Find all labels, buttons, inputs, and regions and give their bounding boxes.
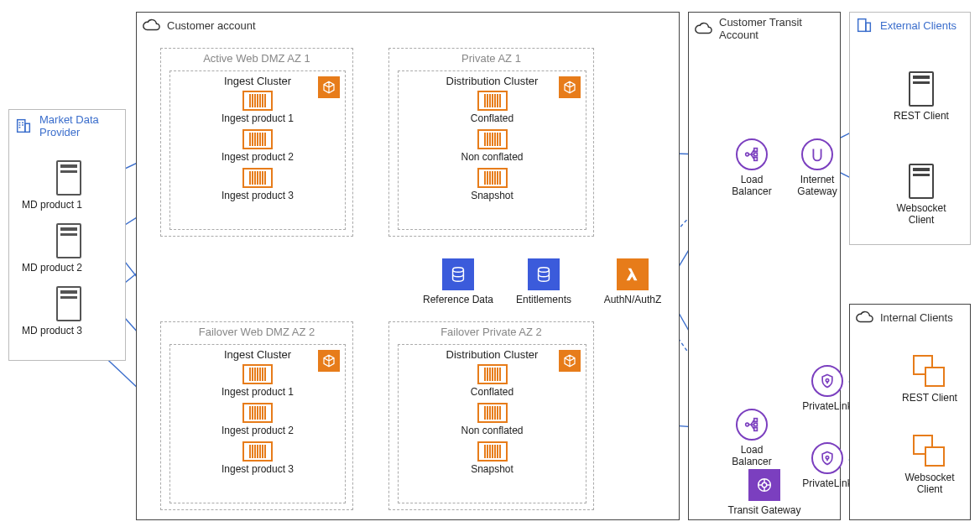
conflated-az2: Conflated [399, 364, 586, 398]
customer-account-header: Customer account [137, 13, 679, 38]
svg-rect-34 [754, 149, 758, 152]
distribution-cluster-az2: Distribution Cluster Conflated Non confl… [398, 344, 586, 503]
svg-point-37 [746, 423, 749, 426]
external-ws-client: Websocket Client [892, 164, 951, 227]
server-icon [909, 71, 934, 107]
internet-gateway: Internet Gateway [788, 138, 847, 198]
md-product-3: MD product 3 [55, 286, 82, 336]
container-icon [242, 129, 273, 149]
container-icon [242, 91, 273, 111]
svg-point-32 [539, 268, 550, 273]
internet-gateway-icon [801, 138, 833, 170]
server-icon [909, 164, 934, 199]
distribution-cluster-az1: Distribution Cluster Conflated Non confl… [398, 70, 586, 230]
svg-rect-49 [858, 19, 866, 32]
multi-instance-icon [913, 355, 946, 389]
internal-clients-header: Internal Clients [850, 305, 970, 330]
svg-point-48 [826, 456, 828, 459]
container-icon [477, 364, 508, 384]
container-service-icon [559, 76, 581, 98]
server-icon [56, 286, 81, 321]
md-product-3-label: MD product 3 [22, 325, 82, 336]
office-icon [855, 16, 873, 34]
internal-clients-title: Internal Clients [880, 311, 953, 324]
ingest-cluster-az2: Ingest Cluster Ingest product 1 Ingest p… [169, 344, 346, 503]
container-icon [477, 129, 508, 149]
az2-priv-container: Failover Private AZ 2 Distribution Clust… [388, 321, 594, 510]
customer-account-title: Customer account [167, 19, 256, 32]
load-balancer-icon [736, 138, 768, 170]
cloud-icon [142, 16, 160, 34]
cloud-icon [694, 19, 712, 38]
container-icon [242, 364, 273, 384]
md-product-1-label: MD product 1 [22, 199, 82, 211]
distribution-cluster-az1-title: Distribution Cluster [399, 71, 586, 89]
load-balancer-icon [736, 409, 768, 441]
non-conflated-az2: Non conflated [399, 403, 586, 436]
snapshot-az2: Snapshot [399, 441, 586, 475]
container-icon [242, 168, 273, 188]
transit-account-header: Customer Transit Account [689, 13, 840, 44]
ingest-product-2-az2: Ingest product 2 [170, 403, 345, 436]
ingest-product-2-az1: Ingest product 2 [170, 129, 345, 163]
md-product-1: MD product 1 [55, 160, 82, 211]
svg-rect-40 [754, 428, 758, 431]
md-product-2-label: MD product 2 [22, 262, 82, 274]
container-icon [242, 441, 273, 462]
snapshot-az1: Snapshot [399, 168, 586, 201]
ingest-product-3-az2: Ingest product 3 [170, 441, 345, 475]
az1-web-title: Active Web DMZ AZ 1 [161, 49, 352, 68]
container-service-icon [559, 350, 581, 372]
internal-clients-container: Internal Clients REST Client Websocket C… [849, 304, 971, 520]
market-data-provider-title: Market Data Provider [39, 113, 120, 138]
privatelink-2: PrivateLink [798, 442, 857, 489]
container-service-icon [318, 350, 340, 372]
svg-rect-25 [25, 123, 30, 132]
office-icon [14, 117, 33, 135]
internal-ws-client: Websocket Client [896, 435, 963, 496]
transit-gateway-icon [748, 469, 780, 501]
ingest-cluster-az1: Ingest Cluster Ingest product 1 Ingest p… [169, 70, 346, 230]
az1-priv-title: Private AZ 1 [389, 49, 593, 68]
svg-rect-50 [866, 23, 871, 31]
svg-point-33 [746, 153, 749, 156]
az1-web-container: Active Web DMZ AZ 1 Ingest Cluster Inges… [160, 48, 353, 237]
svg-rect-36 [754, 158, 758, 161]
external-rest-client: REST Client [892, 71, 951, 122]
server-icon [56, 160, 81, 196]
md-product-2: MD product 2 [55, 223, 82, 274]
distribution-cluster-az2-title: Distribution Cluster [399, 345, 586, 362]
az2-priv-title: Failover Private AZ 2 [389, 322, 593, 342]
svg-point-47 [826, 379, 828, 382]
entitlements-node: Entitlements [510, 258, 577, 305]
cloud-icon [855, 308, 873, 326]
privatelink-icon [811, 442, 843, 474]
transit-account-container: Customer Transit Account Load Balancer I… [688, 12, 841, 520]
external-clients-header: External Clients [850, 13, 970, 38]
svg-rect-24 [18, 120, 25, 133]
load-balancer-1: Load Balancer [722, 138, 781, 198]
server-icon [56, 223, 81, 258]
az1-priv-container: Private AZ 1 Distribution Cluster Confla… [388, 48, 594, 237]
container-icon [477, 168, 508, 188]
svg-point-42 [762, 482, 767, 488]
database-icon [442, 258, 474, 290]
lambda-icon [617, 258, 649, 290]
svg-rect-35 [754, 153, 758, 156]
svg-point-31 [453, 268, 464, 273]
ingest-product-3-az1: Ingest product 3 [170, 168, 345, 201]
market-data-provider-header: Market Data Provider [9, 110, 125, 142]
customer-account-container: Customer account Active Web DMZ AZ 1 Ing… [136, 12, 680, 520]
container-service-icon [318, 76, 340, 98]
az2-web-title: Failover Web DMZ AZ 2 [161, 322, 352, 342]
az2-web-container: Failover Web DMZ AZ 2 Ingest Cluster Ing… [160, 321, 353, 510]
privatelink-icon [811, 365, 843, 397]
external-clients-title: External Clients [880, 19, 957, 32]
privatelink-1: PrivateLink [798, 365, 857, 412]
container-icon [242, 403, 273, 423]
transit-account-title: Customer Transit Account [719, 16, 835, 41]
load-balancer-2: Load Balancer [722, 409, 781, 468]
transit-gateway: Transit Gateway [722, 469, 806, 516]
container-icon [477, 91, 508, 111]
internal-rest-client: REST Client [896, 355, 963, 404]
